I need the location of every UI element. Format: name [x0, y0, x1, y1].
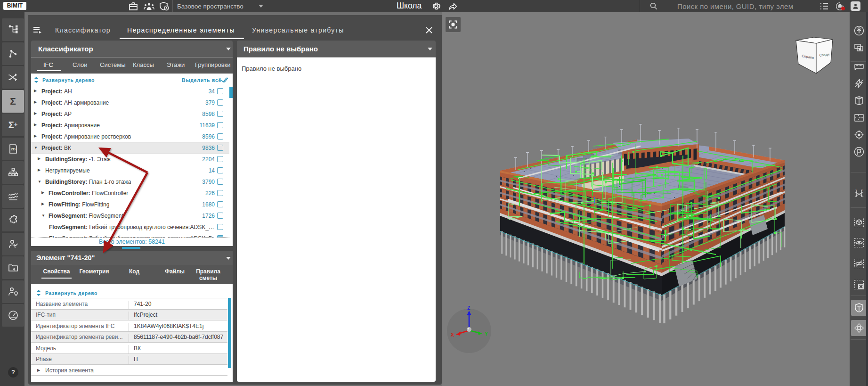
- svg-text:X: X: [451, 332, 454, 337]
- svg-text:2: 2: [861, 189, 863, 191]
- svg-text:Y: Y: [485, 331, 488, 337]
- svg-text:Z: Z: [467, 305, 471, 311]
